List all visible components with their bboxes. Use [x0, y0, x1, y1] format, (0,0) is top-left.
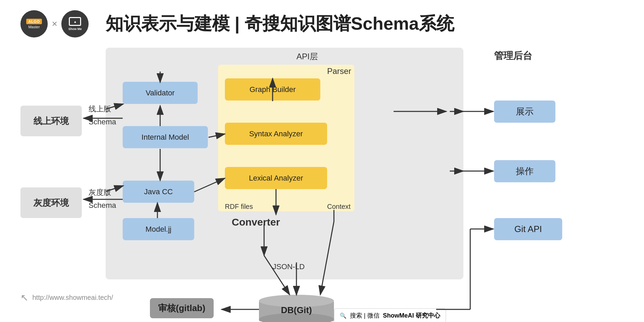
master-label: Master [28, 25, 40, 29]
review-box: 审核(gitlab) [150, 298, 214, 318]
parser-label: Parser [327, 66, 351, 76]
lexical-analyzer-box: Lexical Analyzer [225, 167, 327, 189]
showme-logo: Show Me [61, 10, 89, 37]
cursor-icon: ↖ [20, 292, 28, 303]
model-jj-box: Model.jj [123, 218, 194, 240]
operation-box: 操作 [494, 160, 555, 182]
gray-version-label: 灰度版 [89, 187, 111, 198]
db-git-label: DB(Git) [259, 295, 334, 322]
diagram: 线上环境 灰度环境 线上版 Schema 灰度版 Schema API层 Par… [0, 44, 644, 310]
search-watermark-text: 搜索 | 微信 [350, 311, 380, 320]
online-env-box: 线上环境 [20, 106, 82, 136]
show-box: 展示 [494, 101, 555, 123]
schema1-label: Schema [89, 118, 116, 126]
validator-box: Validator [123, 82, 198, 104]
watermark-box: 🔍 搜索 | 微信 ShowMeAI 研究中心 [334, 308, 446, 322]
logo-area: ALGO Master × Show Me [20, 10, 89, 37]
graph-builder-box: Graph Builder [225, 78, 320, 101]
algo-master-logo: ALGO Master [20, 10, 48, 37]
internal-model-box: Internal Model [123, 126, 208, 148]
footer-url: http://www.showmeai.tech/ [32, 294, 113, 302]
header: ALGO Master × Show Me 知识表示与建模 | 奇搜知识图谱Sc… [0, 0, 644, 44]
json-ld-label: JSON-LD [273, 262, 305, 271]
db-git-cylinder: DB(Git) [259, 295, 334, 322]
schema2-label: Schema [89, 201, 116, 210]
api-layer-label: API层 [296, 51, 318, 62]
gray-env-box: 灰度环境 [20, 187, 82, 218]
git-api-box: Git API [494, 218, 562, 240]
online-version-label: 线上版 [89, 104, 111, 114]
context-label: Context [327, 203, 351, 211]
showme-text: Show Me [68, 27, 82, 31]
footer: ↖ http://www.showmeai.tech/ [20, 292, 113, 303]
java-cc-box: Java CC [123, 181, 194, 203]
cross-icon: × [52, 18, 57, 29]
syntax-analyzer-box: Syntax Analyzer [225, 123, 327, 145]
monitor-icon [69, 17, 81, 26]
rdf-files-label: RDF files [225, 203, 253, 211]
search-icon: 🔍 [340, 312, 347, 319]
converter-label: Converter [232, 216, 280, 228]
brand-label: ShowMeAI 研究中心 [383, 311, 440, 320]
mgmt-label: 管理后台 [494, 49, 532, 62]
algo-label: ALGO [26, 19, 42, 24]
page-title: 知识表示与建模 | 奇搜知识图谱Schema系统 [106, 12, 454, 36]
